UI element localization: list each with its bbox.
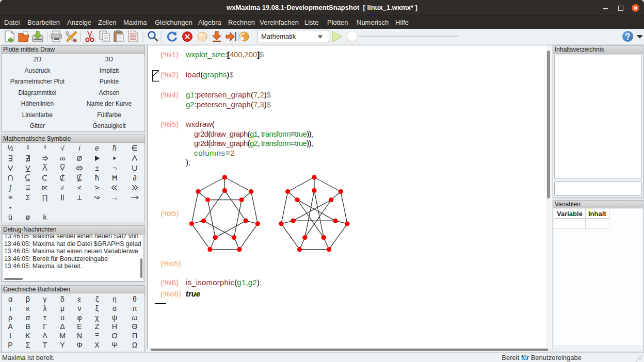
svg-text:ħ: ħ [112, 144, 117, 152]
svg-text:±: ± [95, 164, 99, 172]
svg-text:∏: ∏ [42, 193, 48, 202]
svg-text:≥: ≥ [95, 184, 99, 192]
svg-text:∫: ∫ [9, 184, 12, 192]
svg-text:Ħ: Ħ [112, 174, 118, 182]
svg-text:∂: ∂ [133, 174, 137, 182]
svg-text:Σ: Σ [26, 193, 30, 202]
svg-text:½: ½ [7, 144, 13, 152]
svg-text:∞: ∞ [59, 154, 65, 163]
svg-text:≡: ≡ [8, 193, 12, 202]
svg-text:≤: ≤ [77, 184, 82, 192]
svg-text:k: k [43, 213, 47, 221]
svg-text:ħ: ħ [95, 174, 99, 182]
svg-text:e: e [95, 144, 99, 152]
svg-text:²: ² [27, 144, 29, 152]
svg-text:√: √ [60, 144, 65, 152]
svg-text:³: ³ [44, 144, 46, 152]
svg-text:i: i [78, 144, 81, 152]
svg-text:▪: ▪ [9, 204, 12, 211]
svg-text:→: → [111, 193, 118, 202]
svg-text:ø: ø [26, 213, 30, 221]
svg-text:ü: ü [8, 213, 12, 221]
svg-text:≠: ≠ [60, 184, 65, 192]
svg-text:¬: ¬ [112, 164, 117, 172]
